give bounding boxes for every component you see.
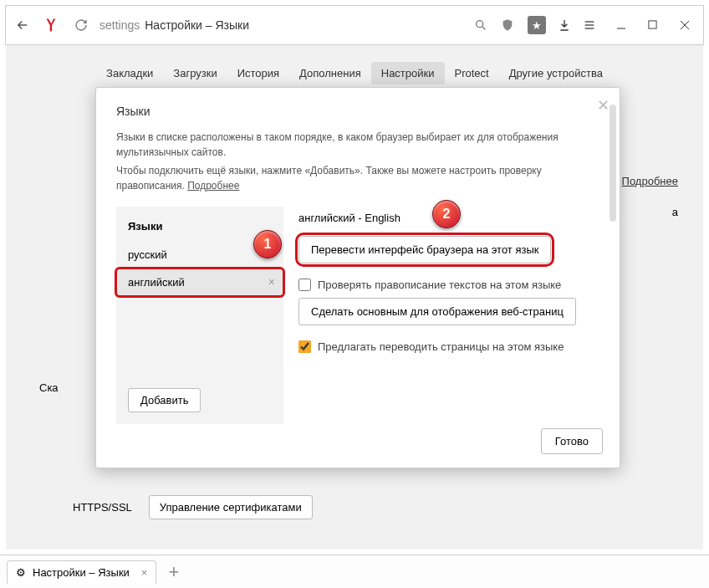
tab-downloads[interactable]: Загрузки: [163, 62, 227, 84]
tab-history[interactable]: История: [227, 62, 289, 84]
spellcheck-row[interactable]: Проверять правописание текстов на этом я…: [298, 279, 599, 291]
tab-settings[interactable]: Настройки: [371, 62, 445, 84]
https-label: HTTPS/SSL: [73, 501, 132, 514]
new-tab-button[interactable]: +: [163, 561, 184, 583]
bg-link-more[interactable]: Подробнее: [622, 175, 678, 187]
add-language-button[interactable]: Добавить: [128, 388, 201, 412]
tab-other-devices[interactable]: Другие устройства: [499, 62, 613, 84]
modal-scrollbar[interactable]: [610, 105, 616, 222]
manage-certs-button[interactable]: Управление сертификатами: [149, 495, 313, 519]
remove-language-icon[interactable]: ×: [268, 275, 275, 289]
close-icon[interactable]: ✕: [597, 96, 610, 115]
tab-bookmarks[interactable]: Закладки: [96, 62, 163, 84]
browser-tab-settings[interactable]: ⚙ Настройки – Языки ×: [7, 560, 156, 584]
languages-body: 1 2 Языки русский английский × Добавить …: [116, 207, 599, 424]
bg-text-fragment: а: [672, 206, 678, 218]
spellcheck-label: Проверять правописание текстов на этом я…: [318, 279, 561, 291]
language-detail: английский - English Перевести интерфейс…: [298, 207, 599, 360]
language-item-english[interactable]: английский ×: [116, 268, 283, 296]
tab-title: Настройки – Языки: [33, 566, 130, 579]
modal-desc-1: Языки в списке расположены в таком поряд…: [116, 130, 599, 160]
language-item-russian[interactable]: русский: [116, 241, 283, 268]
download-icon[interactable]: [558, 18, 571, 32]
menu-icon[interactable]: [583, 18, 596, 32]
bg-text-left: Ска: [39, 381, 59, 394]
reload-icon[interactable]: [73, 17, 89, 33]
offer-translate-checkbox[interactable]: [298, 340, 311, 353]
toolbar-right: ★: [474, 16, 696, 34]
gear-icon: ⚙: [16, 566, 26, 579]
offer-translate-row[interactable]: Предлагать переводить страницы на этом я…: [298, 340, 599, 353]
languages-modal: ✕ Языки Языки в списке расположены в так…: [95, 87, 620, 468]
tab-addons[interactable]: Дополнения: [289, 62, 371, 84]
maximize-button[interactable]: [648, 20, 665, 30]
bookmark-star-icon[interactable]: ★: [528, 16, 546, 34]
shield-icon[interactable]: [499, 17, 516, 33]
addr-title: Настройки – Языки: [145, 18, 249, 32]
address-bar[interactable]: settings Настройки – Языки: [99, 18, 464, 32]
svg-point-0: [477, 21, 483, 28]
close-tab-icon[interactable]: ×: [141, 566, 148, 579]
modal-desc-2: Чтобы подключить ещё языки, нажмите «Доб…: [116, 163, 599, 193]
minimize-button[interactable]: [616, 20, 633, 30]
make-default-button[interactable]: Сделать основным для отображения веб-стр…: [298, 298, 576, 325]
done-button[interactable]: Готово: [541, 428, 603, 454]
close-window-button[interactable]: [680, 20, 696, 30]
yandex-logo-icon[interactable]: [43, 15, 63, 35]
svg-rect-1: [649, 21, 656, 28]
addr-prefix: settings: [99, 18, 140, 32]
tab-protect[interactable]: Protect: [445, 62, 499, 84]
settings-tabs: Закладки Загрузки История Дополнения Нас…: [6, 62, 703, 84]
browser-tabbar: ⚙ Настройки – Языки × +: [0, 555, 709, 588]
offer-translate-label: Предлагать переводить страницы на этом я…: [318, 340, 564, 353]
spellcheck-checkbox[interactable]: [298, 279, 311, 291]
translate-ui-button[interactable]: Перевести интерфейс браузера на этот язы…: [298, 236, 551, 263]
modal-title: Языки: [116, 105, 599, 118]
https-row: HTTPS/SSL Управление сертификатами: [73, 495, 313, 519]
search-icon[interactable]: [474, 18, 487, 32]
modal-more-link[interactable]: Подробнее: [187, 180, 239, 192]
back-button[interactable]: [13, 15, 33, 35]
callout-badge-2: 2: [432, 200, 461, 228]
browser-toolbar: settings Настройки – Языки ★: [5, 5, 704, 45]
